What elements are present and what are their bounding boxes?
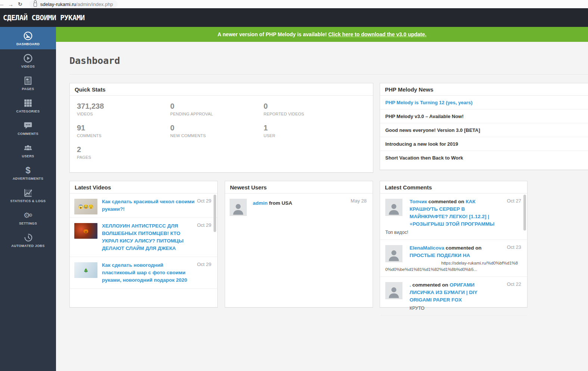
video-title-link[interactable]: ХЕЛЛОУИН АНТИСТРЕСС ДЛЯ ВОЛШЕБНЫХ ПИТОМЦ… [102,222,196,252]
stat-pages: 2 PAGES [77,145,170,167]
gauge-icon [23,31,33,41]
latest-videos-title: Latest Videos [70,181,217,194]
sidebar-item-label: CATEGORIES [16,109,40,113]
newest-users-title: Newest Users [225,181,373,194]
commenter-link[interactable]: ElenaMalicova [410,245,444,251]
video-list-item: 🎄 Как сделать новогодний пластиковый шар… [70,257,217,289]
username-link[interactable]: admin [253,200,268,206]
sidebar-item-automated-jobs[interactable]: AUTOMATED JOBS [0,229,56,251]
browser-bar: — → ↻ sdelay-rukami.ru/admin/index.php [0,0,588,8]
video-thumbnail[interactable]: 🎄 [74,262,97,278]
newest-users-panel: Newest Users admin from USA May 28 [225,181,373,307]
chart-icon [23,188,33,198]
commenter-link[interactable]: Топчик [410,199,427,204]
back-icon[interactable]: — [0,1,3,7]
news-item[interactable]: Short Vacation then Back to Work [380,151,588,165]
comment-head: . commented on ОРИГАМИ ЛИСИЧКА ИЗ БУМАГИ… [410,281,498,304]
main-content: A newer version of PHP Melody is availab… [56,27,588,371]
update-message: A newer version of PHP Melody is availab… [218,31,426,37]
sidebar-item-statistics-logs[interactable]: STATISTICS & LOGS [0,184,56,206]
document-icon [23,75,33,86]
title-divider [69,74,588,75]
comment-text: КРУТО [410,305,521,312]
quick-stats-panel: Quick Stats 371,238 VIDEOS 0 PENDING APP… [69,83,373,173]
latest-comments-panel: Latest Comments Топчик commented on КАК … [380,181,528,307]
sidebar-item-label: DASHBOARD [16,42,40,46]
quick-stats-title: Quick Stats [70,83,373,96]
commenter-avatar [385,245,402,262]
update-download-link[interactable]: Click here to download the v3.0 update. [328,31,426,37]
site-brand: СДЕЛАЙ СВОИМИ РУКАМИ [3,13,85,22]
sidebar-item-label: USERS [22,154,34,158]
latest-comments-title: Latest Comments [380,181,527,194]
latest-videos-panel: Latest Videos 😱😂😯 Как сделать красивый ч… [69,181,218,307]
sidebar-item-label: COMMENTS [18,132,38,136]
video-list-item: 😱😂😯 Как сделать красивый чехол своими ру… [70,194,217,218]
site-header: СДЕЛАЙ СВОИМИ РУКАМИ [0,8,588,27]
forward-icon[interactable]: → [8,1,13,7]
stat-user: 1 USER [264,124,357,145]
stat-videos: 371,238 VIDEOS [77,102,170,124]
comment-text: Топ видос! [385,229,521,236]
user-list-item: admin from USA May 28 [225,194,373,210]
stat-reported-videos: 0 REPORTED VIDEOS [264,102,357,124]
speech-bubble-icon [23,120,33,131]
lock-icon [34,3,37,7]
video-thumbnail[interactable]: 🎃 [74,223,97,239]
sidebar: DASHBOARD VIDEOS PAGES CATEGORIES COMMEN… [0,27,56,371]
news-item[interactable]: Good news everyone! Version 3.0 [BETA] [380,123,588,137]
stat-new-comments: 0 NEW COMMENTS [170,124,264,145]
news-item[interactable]: PHP Melody is Turning 12 (yes, years) [380,96,588,109]
history-clock-icon [23,232,33,243]
comment-head: Топчик commented on КАК КРАШНУТЬ СЕРВЕР … [410,198,498,228]
sidebar-item-advertisments[interactable]: $ ADVERTISMENTS [0,161,56,184]
comment-list-item: Топчик commented on КАК КРАШНУТЬ СЕРВЕР … [380,194,527,240]
user-date: May 28 [351,198,367,204]
video-list-item: 🎃 ХЕЛЛОУИН АНТИСТРЕСС ДЛЯ ВОЛШЕБНЫХ ПИТО… [70,218,217,257]
stat-pending-approval: 0 PENDING APPROVAL [170,102,264,124]
page-title: Dashboard [69,55,120,66]
news-item[interactable]: Introducing a new look for 2019 [380,137,588,151]
comment-text: https://sdelay-rukami.ru/%d0%bf%d1%80%d0… [385,260,521,273]
videos-scrollbar[interactable] [214,195,216,232]
comment-date: Oct 22 [507,281,521,287]
video-thumbnail[interactable]: 😱😂😯 [74,199,97,214]
sidebar-item-videos[interactable]: VIDEOS [0,49,56,72]
play-circle-icon [23,53,33,64]
commenter-avatar [385,199,402,216]
update-notification-bar: A newer version of PHP Melody is availab… [56,27,588,42]
sidebar-item-label: STATISTICS & LOGS [10,199,46,203]
users-icon [23,143,33,153]
comments-scrollbar[interactable] [523,195,526,231]
comment-date: Oct 27 [507,198,521,204]
commenter-avatar [385,282,402,299]
news-panel-title: PHP Melody News [380,83,588,96]
address-bar[interactable]: sdelay-rukami.ru/admin/index.php [29,0,118,8]
video-date: Oct 29 [197,198,211,204]
sidebar-item-dashboard[interactable]: DASHBOARD [0,27,56,49]
sidebar-item-categories[interactable]: CATEGORIES [0,94,56,117]
stat-comments: 91 COMMENTS [77,124,170,145]
user-line: admin from USA [253,200,351,206]
comment-list-item: . commented on ОРИГАМИ ЛИСИЧКА ИЗ БУМАГИ… [380,277,527,316]
video-date: Oct 29 [197,222,211,228]
gears-icon: ⚙⚙ [24,210,33,220]
commented-video-link[interactable]: ПРОСТЫЕ ПОДЕЛКИ НА [410,253,470,258]
sidebar-item-label: SETTINGS [19,222,37,225]
comment-date: Oct 23 [507,244,521,250]
sidebar-item-label: PAGES [22,87,34,91]
url-text: sdelay-rukami.ru/admin/index.php [40,1,113,7]
sidebar-item-label: VIDEOS [21,65,35,68]
video-title-link[interactable]: Как сделать новогодний пластиковый шар с… [102,262,196,284]
sidebar-item-settings[interactable]: ⚙⚙ SETTINGS [0,206,56,229]
video-title-link[interactable]: Как сделать красивый чехол своими руками… [102,198,196,213]
sidebar-item-comments[interactable]: COMMENTS [0,117,56,139]
sidebar-item-pages[interactable]: PAGES [0,72,56,94]
comment-head: ElenaMalicova commented on ПРОСТЫЕ ПОДЕЛ… [410,244,498,259]
reload-icon[interactable]: ↻ [18,1,22,7]
sidebar-item-users[interactable]: USERS [0,139,56,161]
news-item[interactable]: PHP Melody v3.0 – Available Now! [380,109,588,123]
comment-list-item: ElenaMalicova commented on ПРОСТЫЕ ПОДЕЛ… [380,240,527,277]
sidebar-item-label: AUTOMATED JOBS [11,244,44,248]
video-date: Oct 29 [197,262,211,267]
